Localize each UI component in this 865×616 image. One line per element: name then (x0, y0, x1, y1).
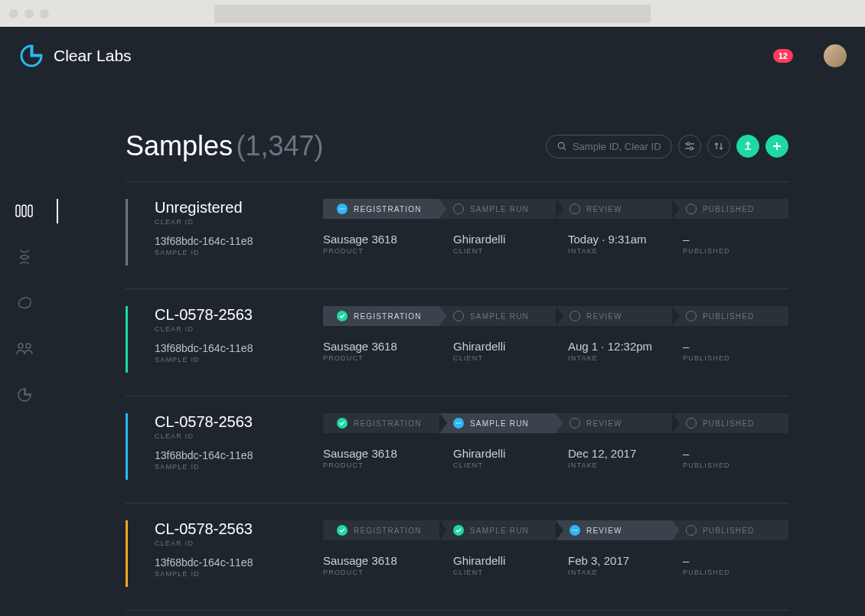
stage-registration[interactable]: REGISTRATION (323, 199, 439, 219)
svg-point-16 (460, 422, 462, 424)
stage-review[interactable]: REVIEW (556, 520, 672, 540)
search-input[interactable] (573, 141, 661, 152)
svg-point-9 (687, 142, 690, 145)
sidebar-item-reports[interactable] (9, 383, 40, 407)
traffic-lights (9, 9, 49, 18)
add-button[interactable] (765, 135, 788, 158)
sample-row[interactable]: CL-0578-2563 CLEAR ID 13f68bdc-164c-11e8… (126, 396, 788, 504)
stage-review[interactable]: REVIEW (556, 413, 672, 433)
accent-bar (126, 306, 128, 373)
empty-stage-icon (570, 204, 580, 214)
stage-registration[interactable]: REGISTRATION (323, 306, 439, 326)
sample-clear-id: Unregistered (155, 199, 308, 217)
empty-stage-icon (453, 204, 464, 214)
stage-label: PUBLISHED (703, 205, 755, 213)
stage-label: REVIEW (586, 419, 622, 428)
stage-sample_run[interactable]: SAMPLE RUN (439, 520, 556, 540)
sample-id: 13f68bdc-164c-11e8 (155, 556, 308, 569)
stage-published[interactable]: PUBLISHED (672, 413, 788, 433)
svg-point-11 (340, 208, 341, 210)
stage-label: SAMPLE RUN (470, 419, 529, 428)
published-label: PUBLISHED (683, 247, 759, 255)
stage-label: REVIEW (586, 312, 622, 321)
stage-registration[interactable]: REGISTRATION (323, 520, 439, 540)
maximize-window-icon[interactable] (40, 9, 49, 18)
filter-button[interactable] (678, 135, 701, 158)
sidebar-item-people[interactable] (9, 337, 40, 361)
intake-value: Feb 3, 2017 (568, 554, 683, 567)
sample-row[interactable]: CL-0578-2563 CLEAR ID 13f68bdc-164c-11e8… (126, 611, 788, 616)
intake-value: Today · 9:31am (568, 233, 683, 246)
stage-sample_run[interactable]: SAMPLE RUN (439, 199, 556, 219)
empty-stage-icon (570, 311, 580, 321)
sample-row[interactable]: CL-0578-2563 CLEAR ID 13f68bdc-164c-11e8… (126, 504, 788, 611)
svg-point-3 (18, 344, 23, 348)
sample-row[interactable]: CL-0578-2563 CLEAR ID 13f68bdc-164c-11e8… (126, 289, 788, 396)
page-title: Samples (126, 130, 233, 161)
people-icon (15, 342, 34, 356)
client-label: CLIENT (453, 461, 568, 469)
notification-badge[interactable]: 12 (773, 49, 793, 63)
sample-clear-id: CL-0578-2563 (155, 306, 308, 324)
sample-row[interactable]: Unregistered CLEAR ID 13f68bdc-164c-11e8… (126, 182, 788, 289)
stage-sample_run[interactable]: SAMPLE RUN (439, 413, 556, 433)
client-value: Ghirardelli (453, 340, 568, 353)
sidebar-item-samples[interactable] (9, 199, 40, 223)
browser-chrome (0, 0, 865, 27)
empty-stage-icon (686, 204, 697, 214)
export-button[interactable] (736, 135, 759, 158)
svg-point-10 (690, 147, 693, 150)
dna-icon (17, 249, 32, 266)
close-window-icon[interactable] (9, 9, 18, 18)
topbar: Clear Labs 12 (0, 27, 865, 84)
stage-published[interactable]: PUBLISHED (672, 306, 788, 326)
steak-icon (16, 295, 33, 311)
clear-id-label: CLEAR ID (155, 325, 308, 333)
stage-registration[interactable]: REGISTRATION (323, 413, 439, 433)
sidebar-item-dna[interactable] (9, 245, 40, 269)
stage-label: PUBLISHED (703, 419, 755, 428)
client-value: Ghirardelli (453, 233, 568, 246)
stage-label: REGISTRATION (354, 205, 422, 213)
stage-review[interactable]: REVIEW (556, 306, 672, 326)
stage-published[interactable]: PUBLISHED (672, 199, 788, 219)
product-label: PRODUCT (323, 247, 453, 255)
tubes-icon (15, 204, 34, 219)
empty-stage-icon (570, 418, 580, 429)
product-value: Sausage 3618 (323, 233, 453, 246)
published-value: – (683, 340, 759, 353)
search-box[interactable] (546, 135, 672, 158)
clear-id-label: CLEAR ID (155, 432, 308, 440)
empty-stage-icon (686, 311, 697, 321)
stage-bar: REGISTRATION SAMPLE RUN REVIEW PUBLISHED (323, 413, 788, 433)
sort-button[interactable] (707, 135, 730, 158)
stage-label: REVIEW (586, 526, 622, 535)
svg-point-4 (26, 344, 31, 348)
stage-label: PUBLISHED (703, 312, 755, 321)
stage-sample_run[interactable]: SAMPLE RUN (439, 306, 556, 326)
client-label: CLIENT (453, 247, 568, 255)
avatar[interactable] (824, 44, 847, 67)
client-label: CLIENT (453, 354, 568, 362)
intake-label: INTAKE (568, 354, 683, 362)
progress-icon (337, 204, 348, 214)
stage-label: SAMPLE RUN (470, 205, 529, 213)
stage-published[interactable]: PUBLISHED (672, 520, 788, 540)
sample-id-label: SAMPLE ID (155, 356, 308, 363)
empty-stage-icon (686, 418, 697, 429)
intake-value: Dec 12, 2017 (568, 447, 683, 460)
stage-label: REGISTRATION (354, 312, 422, 321)
stage-review[interactable]: REVIEW (556, 199, 672, 219)
sample-id: 13f68bdc-164c-11e8 (155, 235, 308, 247)
minimize-window-icon[interactable] (24, 9, 34, 18)
stage-label: SAMPLE RUN (470, 312, 529, 321)
published-label: PUBLISHED (683, 461, 759, 469)
sidebar-item-food[interactable] (9, 291, 40, 315)
logo[interactable]: Clear Labs (18, 43, 132, 69)
main-content: Samples (1,347) (49, 84, 865, 616)
product-label: PRODUCT (323, 569, 453, 576)
sample-id: 13f68bdc-164c-11e8 (155, 342, 308, 354)
plus-icon (772, 141, 782, 152)
url-bar[interactable] (214, 5, 651, 23)
published-label: PUBLISHED (683, 354, 759, 362)
